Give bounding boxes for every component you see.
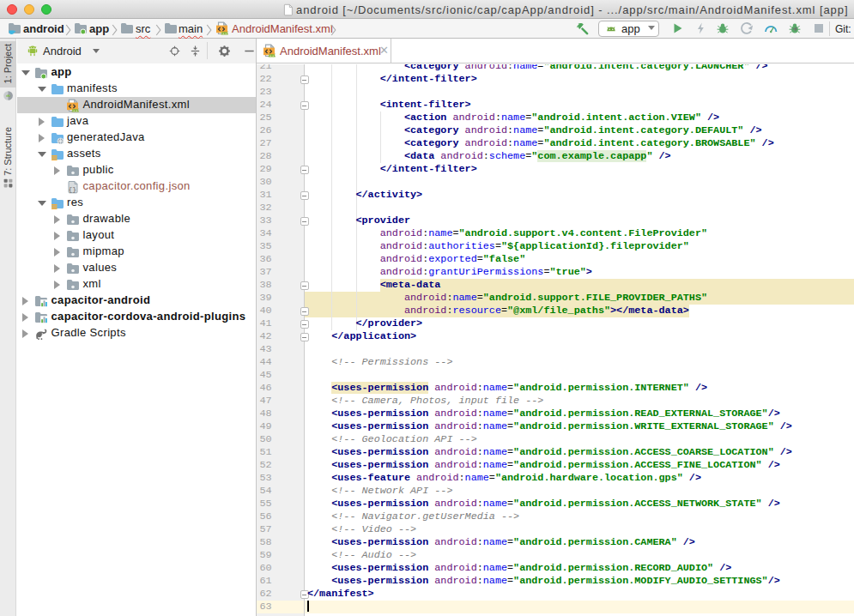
svg-text:{}: {} bbox=[68, 184, 76, 192]
